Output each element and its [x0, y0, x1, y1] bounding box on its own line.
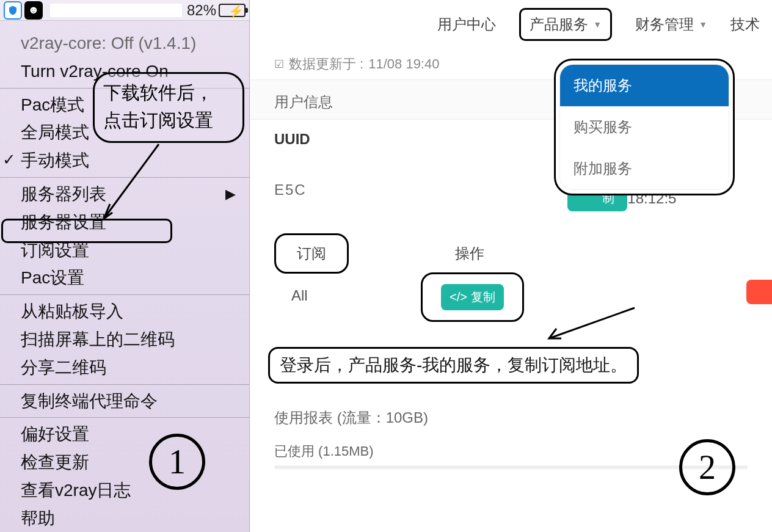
subscription-body: All </> 复制: [250, 276, 772, 329]
copy-sub-label: 复制: [471, 289, 495, 305]
nav-products[interactable]: 产品服务 ▼: [519, 8, 612, 41]
left-callout-line2: 点击订阅设置: [103, 106, 234, 134]
server-list-label: 服务器列表: [21, 184, 106, 203]
usage-bar: [274, 465, 748, 469]
nav-products-label: 产品服务: [530, 15, 588, 34]
mac-statusbar: ☻ 82% ⚡: [0, 0, 249, 21]
right-callout: 登录后，产品服务-我的服务，复制订阅地址。: [268, 347, 639, 384]
left-callout-line1: 下载软件后，: [103, 79, 234, 106]
nav-finance[interactable]: 财务管理 ▼: [635, 15, 707, 34]
left-callout: 下载软件后， 点击订阅设置: [93, 72, 244, 143]
import-clipboard[interactable]: 从粘贴板导入: [0, 297, 249, 326]
nav-tech[interactable]: 技术: [730, 15, 760, 34]
mode-manual[interactable]: ✓ 手动模式: [0, 147, 249, 175]
update-time: 11/08 19:40: [368, 56, 439, 72]
check-update[interactable]: 检查更新: [0, 448, 249, 476]
products-dropdown: 我的服务 购买服务 附加服务: [554, 59, 735, 195]
scan-qr[interactable]: 扫描屏幕上的二维码: [0, 326, 249, 354]
pac-settings[interactable]: Pac设置: [0, 264, 249, 292]
nav-user-center[interactable]: 用户中心: [437, 15, 496, 34]
copy-sub-box: </> 复制: [421, 272, 524, 322]
check-icon: ✓: [2, 149, 16, 170]
view-log[interactable]: 查看v2ray日志: [0, 476, 249, 505]
dd-addon-services[interactable]: 附加服务: [560, 148, 729, 189]
mode-manual-label: 手动模式: [21, 151, 89, 170]
help[interactable]: 帮助: [0, 505, 249, 532]
red-action-button[interactable]: [746, 280, 772, 304]
top-nav: 用户中心 产品服务 ▼ 财务管理 ▼ 技术: [250, 0, 772, 49]
uuid-fragment: E5C: [274, 181, 567, 199]
step-1-badge: 1: [149, 434, 205, 490]
usage-title: 使用报表 (流量：10GB): [250, 390, 772, 432]
update-prefix: 数据更新于 :: [289, 55, 363, 73]
share-qr[interactable]: 分享二维码: [0, 354, 249, 382]
sub-op-label: 操作: [455, 244, 484, 263]
copy-subscription-button[interactable]: </> 复制: [441, 284, 504, 310]
sub-label: 订阅: [274, 233, 349, 274]
battery-percent: 82%: [187, 2, 216, 19]
statusbar-redacted: [50, 4, 182, 17]
step-2-badge: 2: [679, 439, 735, 495]
copy-proxy-cmd[interactable]: 复制终端代理命令: [0, 387, 249, 415]
face-icon: ☻: [24, 1, 43, 20]
version-line: v2ray-core: Off (v1.4.1): [0, 29, 249, 57]
dd-my-services[interactable]: 我的服务: [560, 65, 729, 106]
submenu-caret-icon: ▶: [225, 185, 236, 203]
app-shield-icon: [4, 1, 22, 20]
checkbox-icon: ☑: [274, 57, 284, 71]
battery-indicator: 82% ⚡: [187, 2, 246, 19]
sub-all-value: All: [274, 287, 308, 304]
left-panel: ☻ 82% ⚡ v2ray-core: Off (v1.4.1) Turn v2…: [0, 0, 250, 532]
preferences[interactable]: 偏好设置: [0, 420, 249, 448]
server-list[interactable]: 服务器列表 ▶: [0, 180, 249, 208]
battery-icon: ⚡: [219, 4, 246, 17]
right-panel: 用户中心 产品服务 ▼ 财务管理 ▼ 技术 ☑ 数据更新于 : 11/08 19…: [250, 0, 772, 532]
code-icon: </>: [450, 290, 467, 304]
dd-buy-services[interactable]: 购买服务: [560, 106, 729, 148]
chevron-down-icon: ▼: [593, 20, 602, 29]
nav-finance-label: 财务管理: [635, 15, 694, 34]
subscription-highlight-box: [1, 219, 172, 243]
chevron-down-icon: ▼: [699, 20, 707, 29]
subscription-section: 订阅 操作: [250, 219, 772, 276]
